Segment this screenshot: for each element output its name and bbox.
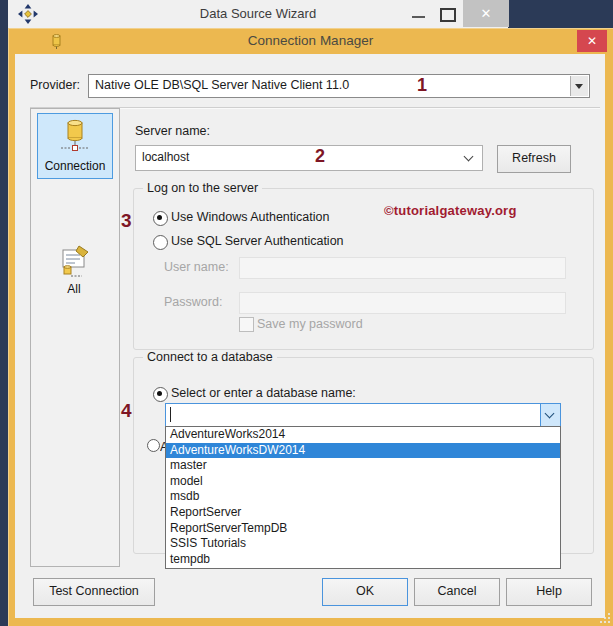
database-connection-icon — [57, 118, 93, 158]
sidebar-all-label: All — [37, 282, 111, 296]
all-properties-icon — [56, 243, 92, 281]
annotation-4: 4 — [121, 400, 132, 422]
db-list-item[interactable]: SSIS Tutorials — [166, 536, 560, 552]
sidebar-item-connection[interactable]: Connection — [37, 113, 113, 179]
database-dropdown-button[interactable] — [540, 404, 560, 426]
maximize-icon[interactable] — [440, 8, 456, 22]
database-dropdown-list: AdventureWorks2014 AdventureWorksDW2014 … — [165, 426, 561, 569]
wizard-close-icon[interactable]: ✕ — [463, 0, 509, 27]
watermark-text: ©tutorialgateway.org — [384, 203, 517, 218]
db-list-item[interactable]: AdventureWorks2014 — [166, 427, 560, 443]
dialog-close-icon[interactable]: ✕ — [577, 30, 607, 52]
database-group-title: Connect to a database — [143, 350, 277, 364]
annotation-2: 2 — [315, 146, 325, 167]
provider-label: Provider: — [30, 78, 80, 92]
windows-auth-label: Use Windows Authentication — [171, 210, 329, 224]
annotation-1: 1 — [417, 75, 427, 96]
db-list-item[interactable]: ReportServerTempDB — [166, 521, 560, 537]
wizard-window-title: Data Source Wizard — [8, 6, 508, 21]
dialog-title: Connection Manager — [8, 33, 613, 48]
logon-group: Log on to the server Use Windows Authent… — [133, 188, 594, 350]
logon-group-title: Log on to the server — [143, 181, 262, 195]
provider-combobox[interactable]: Native OLE DB\SQL Server Native Client 1… — [88, 74, 590, 98]
dialog-content: Provider: Native OLE DB\SQL Server Nativ… — [15, 54, 605, 618]
password-label: Password: — [164, 295, 222, 309]
select-database-label: Select or enter a database name: — [171, 386, 356, 400]
sql-auth-radio[interactable] — [153, 235, 168, 250]
database-name-combobox[interactable] — [165, 403, 561, 427]
provider-dropdown-button[interactable] — [570, 76, 588, 96]
db-list-item-selected[interactable]: AdventureWorksDW2014 — [166, 443, 560, 459]
sql-auth-label: Use SQL Server Authentication — [171, 234, 344, 248]
server-name-label: Server name: — [135, 124, 210, 138]
help-button[interactable]: Help — [506, 578, 592, 606]
test-connection-button[interactable]: Test Connection — [33, 578, 155, 606]
wizard-titlebar: Data Source Wizard ✕ — [8, 0, 508, 28]
minimize-icon[interactable] — [412, 16, 425, 18]
db-list-item[interactable]: msdb — [166, 489, 560, 505]
chevron-down-icon — [464, 152, 474, 162]
connection-manager-dialog: Connection Manager ✕ Provider: Native OL… — [8, 28, 613, 626]
chevron-down-icon — [545, 409, 555, 419]
dialog-titlebar: Connection Manager ✕ — [8, 28, 613, 54]
windows-auth-radio[interactable] — [153, 211, 168, 226]
cancel-button[interactable]: Cancel — [414, 578, 500, 606]
select-database-radio[interactable] — [153, 387, 168, 402]
sidebar: Connection All — [30, 108, 120, 567]
username-label: User name: — [164, 260, 229, 274]
text-caret — [170, 407, 171, 422]
password-field[interactable] — [239, 292, 566, 314]
screen: Data Source Wizard ✕ Connection Manager … — [0, 0, 613, 626]
provider-value: Native OLE DB\SQL Server Native Client 1… — [95, 78, 349, 92]
ok-button[interactable]: OK — [322, 578, 408, 606]
db-list-item[interactable]: model — [166, 474, 560, 490]
server-name-value: localhost — [142, 150, 189, 164]
sidebar-connection-label: Connection — [38, 159, 112, 173]
db-list-item[interactable]: master — [166, 458, 560, 474]
save-password-checkbox[interactable] — [239, 317, 254, 332]
server-name-combobox[interactable]: localhost — [135, 145, 483, 171]
annotation-3: 3 — [121, 210, 132, 232]
sidebar-item-all[interactable]: All — [37, 239, 111, 301]
attach-database-radio[interactable] — [147, 439, 160, 452]
db-list-item[interactable]: ReportServer — [166, 505, 560, 521]
db-list-item[interactable]: tempdb — [166, 552, 560, 568]
username-field[interactable] — [239, 257, 566, 279]
save-password-label: Save my password — [257, 317, 363, 331]
refresh-button[interactable]: Refresh — [497, 145, 571, 173]
dropdown-arrow-icon — [575, 84, 583, 89]
